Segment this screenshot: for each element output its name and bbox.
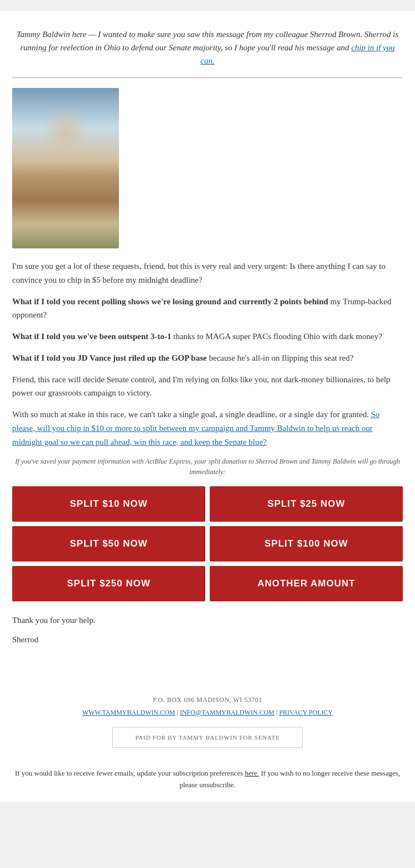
bold-text-2: What if I told you recent polling shows … — [12, 297, 328, 306]
intro-paragraph: Tammy Baldwin here — I wanted to make su… — [12, 28, 403, 67]
intro-text: Tammy Baldwin here — I wanted to make su… — [17, 30, 398, 52]
divider — [12, 77, 403, 78]
email-body: Tammy Baldwin here — I wanted to make su… — [0, 11, 415, 663]
donation-grid: SPLIT $10 NOW SPLIT $25 NOW SPLIT $50 NO… — [12, 486, 403, 601]
paid-for-box: PAID FOR BY TAMMY BALDWIN FOR SENATE — [12, 727, 403, 758]
split-50-button[interactable]: SPLIT $50 NOW — [12, 526, 205, 562]
candidate-photo — [12, 88, 119, 248]
mailing-address: P.O. BOX 696 MADISON, WI 53701 — [12, 696, 403, 704]
regular-text-4: because he's all-in on flipping this sea… — [207, 354, 354, 362]
unsubscribe-here-link[interactable]: here. — [245, 769, 260, 777]
thank-you-text: Thank you for your help. — [12, 614, 403, 627]
split-100-button[interactable]: SPLIT $100 NOW — [210, 526, 403, 562]
email-container: Tammy Baldwin here — I wanted to make su… — [0, 11, 415, 802]
body-paragraph-2: What if I told you recent polling shows … — [12, 295, 403, 323]
body-paragraph-5: Friend, this race will decide Senate con… — [12, 373, 403, 401]
body-paragraph-4: What if I told you JD Vance just riled u… — [12, 351, 403, 365]
split-25-button[interactable]: SPLIT $25 NOW — [210, 486, 403, 522]
privacy-link[interactable]: PRIVACY POLICY — [279, 709, 333, 716]
express-notice: If you've saved your payment information… — [12, 456, 403, 477]
text-before-link: With so much at stake in this race, we c… — [12, 410, 369, 419]
unsubscribe-text: If you would like to receive fewer email… — [12, 768, 403, 791]
body-paragraph-6: With so much at stake in this race, we c… — [12, 408, 403, 449]
body-paragraph-1: I'm sure you get a lot of these requests… — [12, 259, 403, 287]
photo-inner — [12, 88, 119, 248]
email-footer: P.O. BOX 696 MADISON, WI 53701 WWW.TAMMY… — [0, 685, 415, 802]
bold-text-3: What if I told you we've been outspent 3… — [12, 332, 172, 341]
signature: Sherrod — [12, 633, 403, 647]
another-amount-button[interactable]: ANOTHER AMOUNT — [210, 566, 403, 601]
email-link[interactable]: INFO@TAMMYBALDWIN.COM — [180, 709, 274, 716]
split-250-button[interactable]: SPLIT $250 NOW — [12, 566, 205, 601]
bold-text-4: What if I told you JD Vance just riled u… — [12, 354, 207, 362]
footer-links: WWW.TAMMYBALDWIN.COM | INFO@TAMMYBALDWIN… — [12, 709, 403, 717]
split-10-button[interactable]: SPLIT $10 NOW — [12, 486, 205, 522]
regular-text-3: thanks to MAGA super PACs flooding Ohio … — [172, 332, 382, 341]
body-paragraph-3: What if I told you we've been outspent 3… — [12, 330, 403, 344]
paid-for-text: PAID FOR BY TAMMY BALDWIN FOR SENATE — [112, 727, 302, 748]
website-link[interactable]: WWW.TAMMYBALDWIN.COM — [82, 709, 175, 716]
